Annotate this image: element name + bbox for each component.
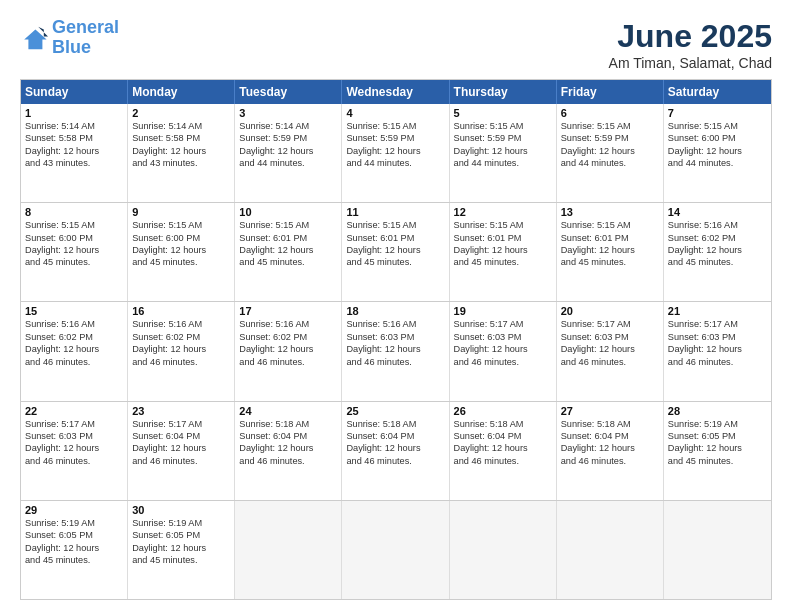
header-saturday: Saturday [664,80,771,104]
page: General Blue June 2025 Am Timan, Salamat… [0,0,792,612]
calendar-title: June 2025 [609,18,772,55]
cell-empty-1 [235,501,342,599]
calendar-header: Sunday Monday Tuesday Wednesday Thursday… [21,80,771,104]
cell-jun2: 2 Sunrise: 5:14 AMSunset: 5:58 PMDayligh… [128,104,235,202]
cell-jun20: 20 Sunrise: 5:17 AMSunset: 6:03 PMDaylig… [557,302,664,400]
cell-jun13: 13 Sunrise: 5:15 AMSunset: 6:01 PMDaylig… [557,203,664,301]
cell-jun8: 8 Sunrise: 5:15 AMSunset: 6:00 PMDayligh… [21,203,128,301]
calendar-subtitle: Am Timan, Salamat, Chad [609,55,772,71]
week-row-3: 15 Sunrise: 5:16 AMSunset: 6:02 PMDaylig… [21,301,771,400]
cell-empty-5 [664,501,771,599]
cell-empty-3 [450,501,557,599]
cell-jun3: 3 Sunrise: 5:14 AMSunset: 5:59 PMDayligh… [235,104,342,202]
header-monday: Monday [128,80,235,104]
week-row-2: 8 Sunrise: 5:15 AMSunset: 6:00 PMDayligh… [21,202,771,301]
cell-jun26: 26 Sunrise: 5:18 AMSunset: 6:04 PMDaylig… [450,402,557,500]
week-row-5: 29 Sunrise: 5:19 AMSunset: 6:05 PMDaylig… [21,500,771,599]
cell-jun7: 7 Sunrise: 5:15 AMSunset: 6:00 PMDayligh… [664,104,771,202]
cell-jun17: 17 Sunrise: 5:16 AMSunset: 6:02 PMDaylig… [235,302,342,400]
cell-jun12: 12 Sunrise: 5:15 AMSunset: 6:01 PMDaylig… [450,203,557,301]
cell-jun11: 11 Sunrise: 5:15 AMSunset: 6:01 PMDaylig… [342,203,449,301]
cell-jun23: 23 Sunrise: 5:17 AMSunset: 6:04 PMDaylig… [128,402,235,500]
logo-icon [20,24,48,52]
cell-jun10: 10 Sunrise: 5:15 AMSunset: 6:01 PMDaylig… [235,203,342,301]
cell-jun28: 28 Sunrise: 5:19 AMSunset: 6:05 PMDaylig… [664,402,771,500]
title-block: June 2025 Am Timan, Salamat, Chad [609,18,772,71]
calendar-body: 1 Sunrise: 5:14 AMSunset: 5:58 PMDayligh… [21,104,771,599]
cell-jun6: 6 Sunrise: 5:15 AMSunset: 5:59 PMDayligh… [557,104,664,202]
cell-jun5: 5 Sunrise: 5:15 AMSunset: 5:59 PMDayligh… [450,104,557,202]
cell-jun30: 30 Sunrise: 5:19 AMSunset: 6:05 PMDaylig… [128,501,235,599]
cell-jun1: 1 Sunrise: 5:14 AMSunset: 5:58 PMDayligh… [21,104,128,202]
cell-jun19: 19 Sunrise: 5:17 AMSunset: 6:03 PMDaylig… [450,302,557,400]
cell-jun18: 18 Sunrise: 5:16 AMSunset: 6:03 PMDaylig… [342,302,449,400]
calendar: Sunday Monday Tuesday Wednesday Thursday… [20,79,772,600]
logo-text: General Blue [52,18,119,58]
logo-line1: General [52,17,119,37]
header-sunday: Sunday [21,80,128,104]
cell-jun27: 27 Sunrise: 5:18 AMSunset: 6:04 PMDaylig… [557,402,664,500]
header: General Blue June 2025 Am Timan, Salamat… [20,18,772,71]
svg-marker-0 [24,29,46,49]
header-thursday: Thursday [450,80,557,104]
header-tuesday: Tuesday [235,80,342,104]
header-wednesday: Wednesday [342,80,449,104]
week-row-4: 22 Sunrise: 5:17 AMSunset: 6:03 PMDaylig… [21,401,771,500]
cell-jun25: 25 Sunrise: 5:18 AMSunset: 6:04 PMDaylig… [342,402,449,500]
cell-jun22: 22 Sunrise: 5:17 AMSunset: 6:03 PMDaylig… [21,402,128,500]
header-friday: Friday [557,80,664,104]
logo: General Blue [20,18,119,58]
week-row-1: 1 Sunrise: 5:14 AMSunset: 5:58 PMDayligh… [21,104,771,202]
cell-jun24: 24 Sunrise: 5:18 AMSunset: 6:04 PMDaylig… [235,402,342,500]
cell-jun16: 16 Sunrise: 5:16 AMSunset: 6:02 PMDaylig… [128,302,235,400]
cell-jun21: 21 Sunrise: 5:17 AMSunset: 6:03 PMDaylig… [664,302,771,400]
cell-jun9: 9 Sunrise: 5:15 AMSunset: 6:00 PMDayligh… [128,203,235,301]
cell-jun29: 29 Sunrise: 5:19 AMSunset: 6:05 PMDaylig… [21,501,128,599]
logo-line2: Blue [52,37,91,57]
cell-jun14: 14 Sunrise: 5:16 AMSunset: 6:02 PMDaylig… [664,203,771,301]
cell-jun4: 4 Sunrise: 5:15 AMSunset: 5:59 PMDayligh… [342,104,449,202]
cell-jun15: 15 Sunrise: 5:16 AMSunset: 6:02 PMDaylig… [21,302,128,400]
cell-empty-2 [342,501,449,599]
cell-empty-4 [557,501,664,599]
